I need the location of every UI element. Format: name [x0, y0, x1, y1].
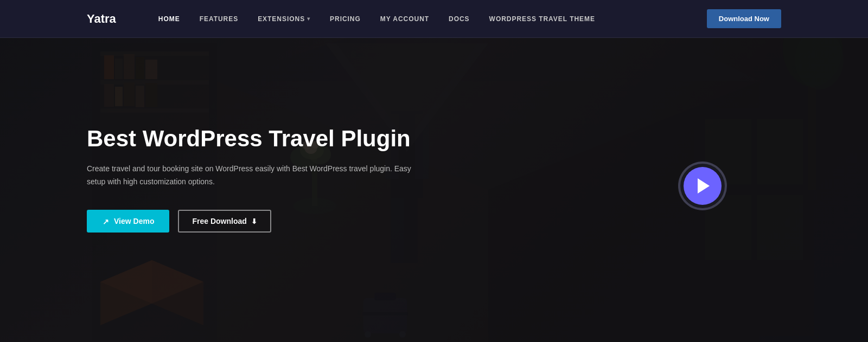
- hero-buttons: View Demo Free Download: [87, 210, 456, 233]
- play-triangle-icon: [698, 178, 710, 193]
- extensions-dropdown-icon: ▾: [307, 16, 310, 22]
- nav-item-home[interactable]: HOME: [149, 15, 190, 23]
- download-icon: [251, 217, 257, 225]
- header: Yatra HOME FEATURES EXTENSIONS ▾ PRICING…: [0, 0, 868, 38]
- hero-title: Best WordPress Travel Plugin: [87, 126, 456, 152]
- nav-item-wp-travel-theme[interactable]: WORDPRESS TRAVEL THEME: [480, 15, 605, 23]
- hero-subtitle: Create travel and tour booking site on W…: [87, 163, 423, 189]
- download-now-button[interactable]: Download Now: [707, 9, 781, 28]
- hero-section: Yatra HOME FEATURES EXTENSIONS ▾ PRICING…: [0, 0, 868, 342]
- nav-item-pricing[interactable]: PRICING: [320, 15, 371, 23]
- play-button-inner: [684, 167, 722, 205]
- main-nav: HOME FEATURES EXTENSIONS ▾ PRICING MY AC…: [149, 9, 781, 28]
- view-demo-button[interactable]: View Demo: [87, 210, 169, 233]
- nav-item-my-account[interactable]: MY ACCOUNT: [371, 15, 439, 23]
- external-link-icon: [102, 217, 110, 225]
- play-button[interactable]: [678, 162, 727, 210]
- site-logo[interactable]: Yatra: [87, 12, 116, 26]
- hero-content: Best WordPress Travel Plugin Create trav…: [87, 38, 456, 342]
- nav-item-docs[interactable]: DOCS: [439, 15, 480, 23]
- nav-item-features[interactable]: FEATURES: [190, 15, 248, 23]
- nav-item-extensions[interactable]: EXTENSIONS ▾: [248, 15, 320, 23]
- free-download-button[interactable]: Free Download: [178, 210, 271, 233]
